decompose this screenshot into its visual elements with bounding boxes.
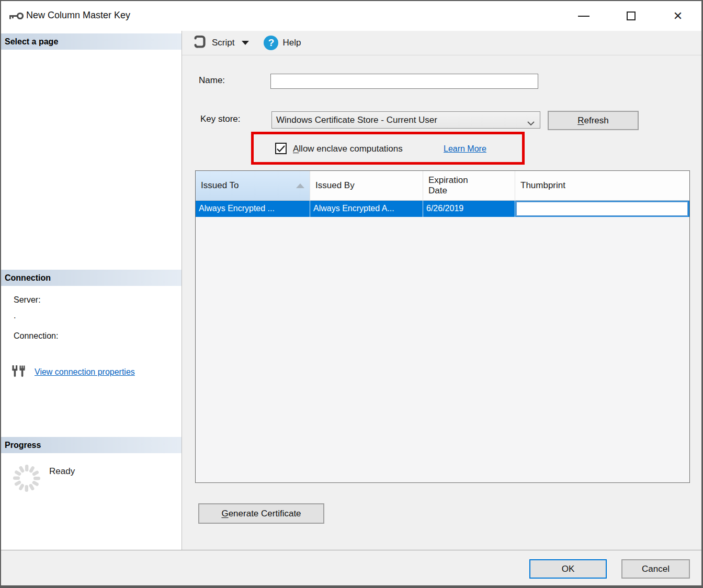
script-dropdown-icon — [242, 41, 249, 45]
view-connection-properties-link[interactable]: View connection properties — [35, 367, 135, 377]
toolbar: Script ? Help — [182, 31, 703, 55]
maximize-button[interactable] — [607, 1, 654, 31]
key-icon — [9, 12, 24, 22]
key-store-value: Windows Certificate Store - Current User — [276, 115, 437, 125]
sidebar: Select a page Connection Server: . Conne… — [1, 31, 182, 550]
chevron-down-icon — [527, 118, 535, 129]
allow-enclave-checkbox[interactable] — [275, 143, 287, 154]
window-controls: ✕ — [560, 1, 701, 31]
minimize-icon — [578, 16, 589, 17]
script-button[interactable]: Script — [189, 33, 252, 53]
select-a-page-header: Select a page — [1, 33, 182, 50]
close-icon: ✕ — [673, 10, 683, 22]
bottom-bar: OK Cancel — [1, 550, 701, 585]
close-button[interactable]: ✕ — [654, 1, 701, 31]
progress-header: Progress — [1, 437, 182, 453]
view-connection-properties[interactable]: View connection properties — [10, 364, 135, 380]
connection-label: Connection: — [14, 331, 58, 341]
certificates-table: Issued To Issued By Expiration Date Thum… — [195, 170, 690, 483]
column-header-issued-by[interactable]: Issued By — [310, 171, 423, 201]
ok-button[interactable]: OK — [529, 559, 607, 579]
name-label: Name: — [199, 75, 225, 86]
key-store-label: Key store: — [200, 114, 241, 124]
column-header-thumbprint[interactable]: Thumbprint — [515, 171, 689, 201]
certificate-row-selected[interactable]: Always Encrypted ... Always Encrypted A.… — [196, 201, 689, 217]
cell-issued-by: Always Encrypted A... — [310, 201, 423, 217]
allow-enclave-label: Allow enclave computations — [293, 144, 403, 154]
key-store-dropdown[interactable]: Windows Certificate Store - Current User — [271, 111, 540, 129]
column-header-expiration-date[interactable]: Expiration Date — [423, 171, 515, 201]
help-icon: ? — [264, 36, 278, 50]
help-button[interactable]: ? Help — [252, 33, 304, 53]
connection-tools-icon — [10, 364, 26, 380]
thumbprint-edit-box[interactable] — [516, 201, 688, 216]
script-label: Script — [212, 38, 234, 48]
sort-ascending-icon — [296, 183, 304, 188]
refresh-button[interactable]: Refresh — [548, 111, 639, 130]
learn-more-link[interactable]: Learn More — [444, 144, 486, 154]
new-column-master-key-dialog: New Column Master Key ✕ Select a page Co… — [0, 0, 703, 588]
server-value: . — [14, 311, 16, 320]
cancel-button[interactable]: Cancel — [621, 559, 690, 579]
main-panel: Name: Key store: Windows Certificate Sto… — [182, 55, 703, 550]
script-icon — [192, 34, 208, 52]
maximize-icon — [627, 11, 636, 20]
generate-certificate-button[interactable]: Generate Certificate — [198, 503, 324, 524]
title-bar: New Column Master Key ✕ — [1, 1, 701, 31]
progress-spinner-icon — [12, 463, 42, 495]
window-title: New Column Master Key — [26, 10, 130, 21]
table-header-row: Issued To Issued By Expiration Date Thum… — [196, 171, 689, 201]
cell-issued-to: Always Encrypted ... — [196, 201, 310, 217]
cell-thumbprint — [515, 201, 689, 217]
progress-status: Ready — [49, 466, 75, 477]
column-header-issued-to[interactable]: Issued To — [196, 171, 310, 201]
help-label: Help — [282, 38, 301, 48]
cell-expiration-date: 6/26/2019 — [423, 201, 515, 217]
name-input[interactable] — [270, 74, 538, 89]
connection-header: Connection — [1, 270, 182, 286]
server-label: Server: — [14, 295, 41, 305]
minimize-button[interactable] — [560, 1, 607, 31]
